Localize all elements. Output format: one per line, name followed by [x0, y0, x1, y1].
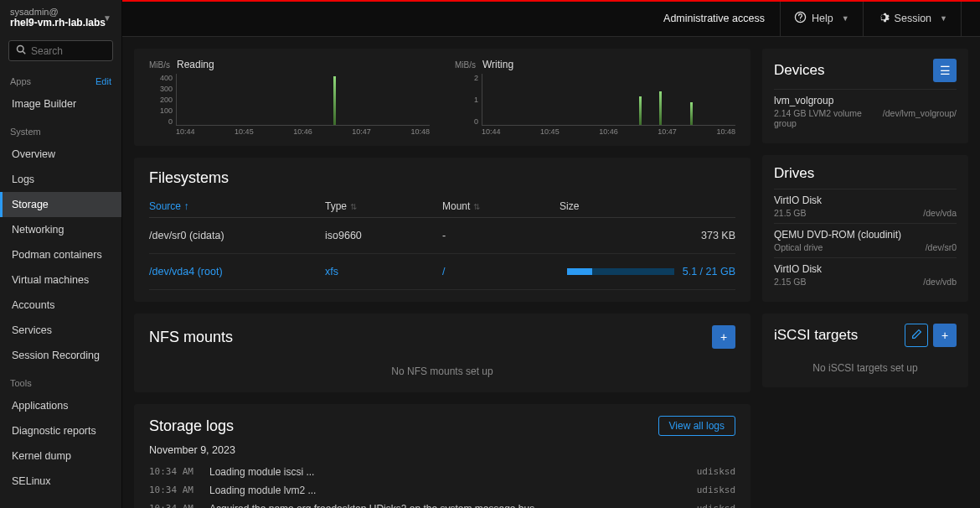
search-input-wrap[interactable] — [8, 40, 113, 61]
log-date: November 9, 2023 — [149, 444, 735, 456]
logs-title: Storage logs — [149, 417, 234, 435]
nav-section-tools: Tools — [10, 378, 32, 388]
sort-icon: ⇅ — [473, 202, 480, 211]
fs-row[interactable]: /dev/vda4 (root)xfs/5.1 / 21 GB — [149, 254, 735, 290]
nfs-empty: No NFS mounts set up — [149, 357, 735, 381]
svg-line-1 — [23, 51, 25, 54]
writing-chart: MiB/s Writing 210 10:4410:4510:4610:4710… — [455, 59, 735, 139]
devices-menu-button[interactable]: ☰ — [933, 59, 957, 82]
host-name: rhel9-vm.rh-lab.labs — [10, 17, 111, 29]
nav-item-diagnostic-reports[interactable]: Diagnostic reports — [0, 418, 121, 443]
main: Administrative access Help ▼ Session ▼ — [122, 0, 980, 508]
log-entry[interactable]: 10:34 AMLoading module iscsi ...udisksd — [149, 463, 735, 481]
iscsi-empty: No iSCSI targets set up — [774, 354, 957, 377]
svg-point-0 — [18, 46, 24, 53]
col-size[interactable]: Size — [560, 200, 735, 212]
col-mount[interactable]: Mount⇅ — [442, 200, 560, 212]
host-selector[interactable]: sysadmin@ rhel9-vm.rh-lab.labs ▼ — [0, 0, 121, 35]
nav-section-apps: Apps — [10, 76, 31, 86]
host-user: sysadmin@ — [10, 7, 111, 17]
nav-item-selinux[interactable]: SELinux — [0, 469, 121, 494]
session-menu[interactable]: Session ▼ — [863, 0, 961, 36]
col-type[interactable]: Type⇅ — [325, 200, 442, 212]
edit-icon — [911, 329, 922, 342]
fs-row[interactable]: /dev/sr0 (cidata)iso9660-373 KB — [149, 218, 735, 254]
nav-item-storage[interactable]: Storage — [0, 192, 121, 217]
nav-item-podman-containers[interactable]: Podman containers — [0, 242, 121, 267]
filesystems-panel: Filesystems Source ↑ Type⇅ Mount⇅ Size /… — [134, 158, 750, 302]
hamburger-icon: ☰ — [940, 64, 951, 77]
io-charts: MiB/s Reading 4003002001000 10:4410:4510… — [134, 49, 750, 146]
storage-logs-panel: Storage logs View all logs November 9, 2… — [134, 404, 750, 508]
admin-access-link[interactable]: Administrative access — [648, 13, 780, 24]
nav-item-overview[interactable]: Overview — [0, 142, 121, 167]
device-item[interactable]: VirtIO Disk2.15 GB/dev/vdb — [774, 257, 957, 292]
nav-item-accounts[interactable]: Accounts — [0, 293, 121, 318]
edit-iscsi-button[interactable] — [905, 324, 928, 347]
nav-section-system: System — [10, 127, 41, 137]
nfs-panel: NFS mounts + No NFS mounts set up — [134, 314, 750, 392]
nav-item-image-builder[interactable]: Image Builder — [0, 91, 121, 117]
nfs-title: NFS mounts — [149, 329, 233, 346]
nav-item-networking[interactable]: Networking — [0, 217, 121, 242]
search-input[interactable] — [31, 45, 106, 57]
gear-icon — [877, 11, 890, 26]
device-item[interactable]: QEMU DVD-ROM (cloudinit)Optical drive/de… — [774, 223, 957, 257]
add-nfs-button[interactable]: + — [712, 325, 735, 349]
help-menu[interactable]: Help ▼ — [780, 0, 863, 36]
chevron-down-icon: ▼ — [103, 13, 111, 23]
devices-panel: Devices ☰ lvm_volgroup2.14 GB LVM2 volum… — [762, 49, 968, 143]
chevron-down-icon: ▼ — [940, 14, 947, 23]
drives-panel: Drives VirtIO Disk21.5 GB/dev/vdaQEMU DV… — [762, 155, 968, 302]
sidebar: sysadmin@ rhel9-vm.rh-lab.labs ▼ Apps Ed… — [0, 0, 122, 508]
header-divider — [961, 0, 975, 36]
iscsi-panel: iSCSI targets + No iSCSI — [762, 314, 968, 387]
plus-icon: + — [941, 329, 948, 342]
nav-item-applications[interactable]: Applications — [0, 393, 121, 418]
nav-item-kernel-dump[interactable]: Kernel dump — [0, 443, 121, 469]
sort-icon: ⇅ — [350, 202, 357, 211]
drives-title: Drives — [774, 165, 814, 182]
filesystems-title: Filesystems — [149, 169, 735, 187]
svg-point-3 — [800, 19, 801, 20]
nav-edit-link[interactable]: Edit — [95, 76, 111, 86]
device-item[interactable]: lvm_volgroup2.14 GB LVM2 volume group/de… — [774, 89, 957, 133]
view-all-logs-button[interactable]: View all logs — [658, 416, 735, 436]
col-source[interactable]: Source ↑ — [149, 200, 325, 212]
chevron-down-icon: ▼ — [842, 14, 849, 23]
nav-item-virtual-machines[interactable]: Virtual machines — [0, 267, 121, 293]
plus-icon: + — [720, 330, 727, 344]
reading-chart: MiB/s Reading 4003002001000 10:4410:4510… — [149, 59, 430, 139]
top-header: Administrative access Help ▼ Session ▼ — [122, 0, 980, 37]
search-icon — [16, 44, 26, 57]
device-item[interactable]: VirtIO Disk21.5 GB/dev/vda — [774, 189, 957, 223]
log-entry[interactable]: 10:34 AMLoading module lvm2 ...udisksd — [149, 481, 735, 500]
add-iscsi-button[interactable]: + — [933, 324, 957, 347]
sort-asc-icon: ↑ — [183, 200, 188, 212]
iscsi-title: iSCSI targets — [774, 327, 858, 344]
log-entry[interactable]: 10:34 AMAcquired the name org.freedeskto… — [149, 500, 735, 508]
devices-title: Devices — [774, 62, 824, 79]
nav-item-logs[interactable]: Logs — [0, 167, 121, 192]
nav-item-session-recording[interactable]: Session Recording — [0, 343, 121, 368]
help-icon — [794, 11, 807, 26]
nav-item-services[interactable]: Services — [0, 318, 121, 343]
